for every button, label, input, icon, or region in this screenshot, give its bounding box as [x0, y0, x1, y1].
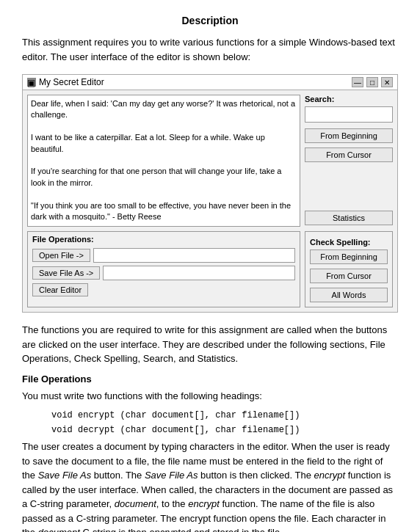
right-panel: Search: From Beginning From Cursor Stati… [305, 95, 393, 227]
minimize-button[interactable]: — [352, 77, 363, 87]
code-line-2: void decrypt (char document[], char file… [51, 425, 398, 435]
search-from-cursor-button[interactable]: From Cursor [305, 147, 393, 162]
editor-textarea[interactable]: Dear life, when I said: 'Can my day get … [27, 95, 300, 227]
clear-editor-row: Clear Editor [32, 283, 295, 296]
save-file-input[interactable] [103, 266, 295, 280]
file-ops-panel: File Operations: Open File -> Save File … [27, 231, 300, 307]
spell-from-beginning-button[interactable]: From Beginning [310, 249, 388, 264]
clear-editor-button[interactable]: Clear Editor [32, 283, 88, 296]
intro-text: This assignment requires you to write va… [22, 35, 398, 64]
search-from-beginning-button[interactable]: From Beginning [305, 128, 393, 143]
maximize-button[interactable]: □ [366, 77, 378, 87]
page-title: Description [22, 15, 398, 26]
open-file-button[interactable]: Open File -> [32, 249, 90, 262]
body-para1: The functions you are required to write … [22, 323, 398, 366]
file-ops-para2: The user creates a document by typing ch… [22, 440, 398, 532]
close-button[interactable]: ✕ [381, 77, 393, 87]
left-panel: Dear life, when I said: 'Can my day get … [27, 95, 300, 227]
check-spelling-label: Check Spelling: [310, 238, 388, 247]
window-controls[interactable]: — □ ✕ [352, 77, 393, 87]
open-file-input[interactable] [93, 248, 295, 263]
editor-window: ▣ My Secret Editor — □ ✕ Dear life, when… [22, 74, 398, 313]
window-title: My Secret Editor [39, 77, 104, 87]
file-ops-heading: File Operations [22, 374, 398, 385]
search-input[interactable] [305, 106, 393, 123]
search-label: Search: [305, 95, 393, 103]
check-spelling-panel: Check Spelling: From Beginning From Curs… [305, 231, 393, 307]
file-ops-para1: You must write two functions with the fo… [22, 389, 398, 404]
spell-from-cursor-button[interactable]: From Cursor [310, 269, 388, 283]
save-file-button[interactable]: Save File As -> [32, 266, 100, 280]
open-file-row: Open File -> [32, 248, 295, 263]
file-ops-label: File Operations: [32, 235, 295, 244]
titlebar-left: ▣ My Secret Editor [27, 77, 104, 87]
spell-all-words-button[interactable]: All Words [310, 288, 388, 302]
code-line-1: void encrypt (char document[], char file… [51, 410, 398, 420]
titlebar: ▣ My Secret Editor — □ ✕ [23, 75, 397, 90]
window-bottom: File Operations: Open File -> Save File … [23, 231, 397, 312]
window-body: Dear life, when I said: 'Can my day get … [23, 90, 397, 231]
statistics-button[interactable]: Statistics [305, 211, 393, 225]
save-file-row: Save File As -> [32, 266, 295, 280]
app-icon: ▣ [27, 78, 36, 87]
